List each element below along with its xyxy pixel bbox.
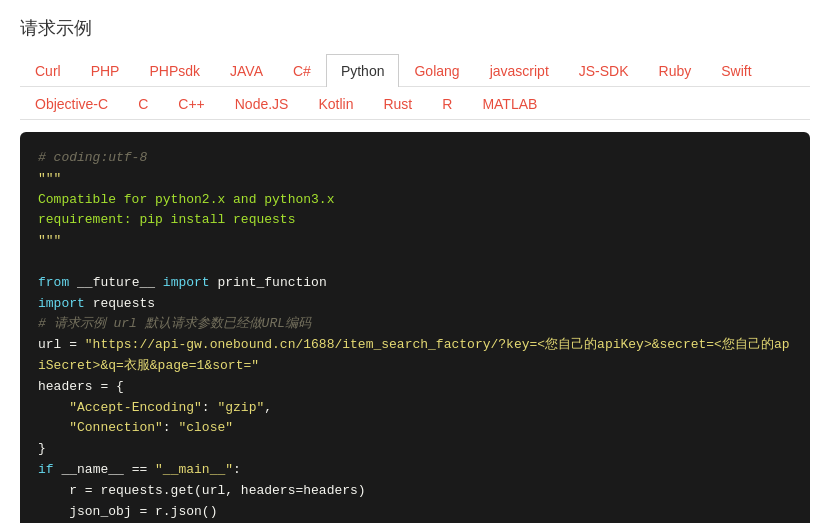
tab-c[interactable]: C bbox=[123, 87, 163, 120]
code-line-17: json_obj = r.json() bbox=[38, 502, 792, 523]
tab-kotlin[interactable]: Kotlin bbox=[303, 87, 368, 120]
tab-swift[interactable]: Swift bbox=[706, 54, 766, 87]
code-line-12: "Accept-Encoding": "gzip", bbox=[38, 398, 792, 419]
tab-php[interactable]: PHP bbox=[76, 54, 135, 87]
tab-rust[interactable]: Rust bbox=[368, 87, 427, 120]
code-line-11: headers = { bbox=[38, 377, 792, 398]
code-line-2: """ bbox=[38, 169, 792, 190]
code-block: # coding:utf-8 """ Compatible for python… bbox=[20, 132, 810, 523]
code-line-7: from __future__ import print_function bbox=[38, 273, 792, 294]
tab-nodejs[interactable]: Node.JS bbox=[220, 87, 304, 120]
code-line-9: # 请求示例 url 默认请求参数已经做URL编码 bbox=[38, 314, 792, 335]
code-line-13: "Connection": "close" bbox=[38, 418, 792, 439]
tab-objective-c[interactable]: Objective-C bbox=[20, 87, 123, 120]
code-line-15: if __name__ == "__main__": bbox=[38, 460, 792, 481]
tabs-row-1: Curl PHP PHPsdk JAVA C# Python Golang ja… bbox=[20, 54, 810, 87]
tab-ruby[interactable]: Ruby bbox=[644, 54, 707, 87]
tab-csharp[interactable]: C# bbox=[278, 54, 326, 87]
tab-golang[interactable]: Golang bbox=[399, 54, 474, 87]
tab-javascript[interactable]: javascript bbox=[475, 54, 564, 87]
page-title: 请求示例 bbox=[20, 16, 810, 40]
code-line-5: """ bbox=[38, 231, 792, 252]
tab-java[interactable]: JAVA bbox=[215, 54, 278, 87]
tab-curl[interactable]: Curl bbox=[20, 54, 76, 87]
tab-python[interactable]: Python bbox=[326, 54, 400, 87]
code-line-10: url = "https://api-gw.onebound.cn/1688/i… bbox=[38, 335, 792, 377]
code-line-3: Compatible for python2.x and python3.x bbox=[38, 190, 792, 211]
code-line-6 bbox=[38, 252, 792, 273]
code-line-4: requirement: pip install requests bbox=[38, 210, 792, 231]
tab-r[interactable]: R bbox=[427, 87, 467, 120]
tab-phpsdk[interactable]: PHPsdk bbox=[134, 54, 215, 87]
code-line-16: r = requests.get(url, headers=headers) bbox=[38, 481, 792, 502]
tabs-row-2: Objective-C C C++ Node.JS Kotlin Rust R … bbox=[20, 87, 810, 120]
code-line-1: # coding:utf-8 bbox=[38, 148, 792, 169]
tab-js-sdk[interactable]: JS-SDK bbox=[564, 54, 644, 87]
tab-cpp[interactable]: C++ bbox=[163, 87, 219, 120]
code-line-8: import requests bbox=[38, 294, 792, 315]
tab-matlab[interactable]: MATLAB bbox=[467, 87, 552, 120]
code-line-14: } bbox=[38, 439, 792, 460]
